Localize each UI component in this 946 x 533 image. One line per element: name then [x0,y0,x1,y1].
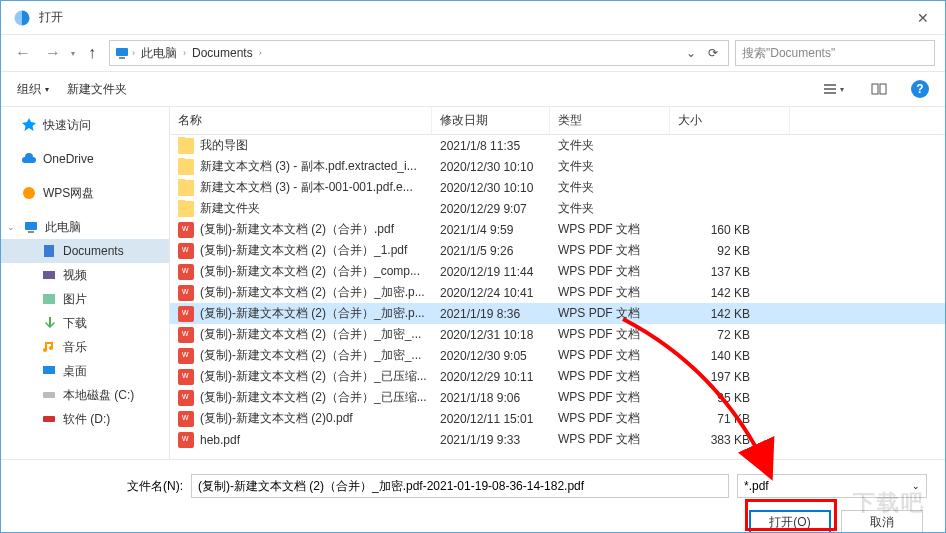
sidebar-item-doc[interactable]: Documents [1,239,169,263]
file-name: (复制)-新建文本文档 (2)（合并）.pdf [200,221,394,238]
svg-rect-6 [28,231,34,233]
vid-icon [41,267,57,283]
new-folder-button[interactable]: 新建文件夹 [67,81,127,98]
file-date: 2020/12/11 15:01 [432,412,550,426]
sidebar-item-soft[interactable]: 软件 (D:) [1,407,169,431]
file-row[interactable]: (复制)-新建文本文档 (2)（合并）_已压缩...2021/1/18 9:06… [170,387,945,408]
path-refresh-button[interactable]: ⟳ [702,42,724,64]
file-size: 140 KB [670,349,790,363]
file-date: 2021/1/19 9:33 [432,433,550,447]
address-bar[interactable]: › 此电脑 › Documents › ⌄ ⟳ [109,40,729,66]
file-type: WPS PDF 文档 [550,305,670,322]
wps-icon [21,185,37,201]
cancel-button[interactable]: 取消 [841,510,923,533]
file-size: 72 KB [670,328,790,342]
sidebar-item-desk[interactable]: 桌面 [1,359,169,383]
open-button[interactable]: 打开(O) [749,510,831,533]
nav-up-button[interactable]: ↑ [81,42,103,64]
sidebar-item-label: Documents [63,244,124,258]
filetype-select[interactable]: *.pdf⌄ [737,474,927,498]
col-date[interactable]: 修改日期 [432,107,550,134]
file-row[interactable]: (复制)-新建文本文档 (2)0.pdf2020/12/11 15:01WPS … [170,408,945,429]
sidebar-item-label: WPS网盘 [43,185,94,202]
folder-icon [178,201,194,217]
nav-back-button[interactable]: ← [11,41,35,65]
search-input[interactable]: 搜索"Documents" [735,40,935,66]
sidebar-item-vid[interactable]: 视频 [1,263,169,287]
folder-icon [178,138,194,154]
file-size: 383 KB [670,433,790,447]
file-size: 160 KB [670,223,790,237]
sidebar-item-wps[interactable]: WPS网盘 [1,181,169,205]
sidebar-item-down[interactable]: 下载 [1,311,169,335]
cloud-icon [21,151,37,167]
sidebar-item-star[interactable]: 快速访问 [1,113,169,137]
sidebar-item-pic[interactable]: 图片 [1,287,169,311]
file-row[interactable]: 新建文本文档 (3) - 副本-001-001.pdf.e...2020/12/… [170,177,945,198]
file-type: WPS PDF 文档 [550,221,670,238]
file-type: WPS PDF 文档 [550,242,670,259]
filename-label: 文件名(N): [1,478,183,495]
sidebar-item-label: OneDrive [43,152,94,166]
svg-rect-9 [43,294,55,304]
sidebar-item-music[interactable]: 音乐 [1,335,169,359]
file-size: 95 KB [670,391,790,405]
file-row[interactable]: (复制)-新建文本文档 (2)（合并）.pdf2021/1/4 9:59WPS … [170,219,945,240]
file-row[interactable]: (复制)-新建文本文档 (2)（合并）_comp...2020/12/19 11… [170,261,945,282]
file-row[interactable]: 新建文件夹2020/12/29 9:07文件夹 [170,198,945,219]
col-type[interactable]: 类型 [550,107,670,134]
file-name: (复制)-新建文本文档 (2)（合并）_comp... [200,263,420,280]
file-type: WPS PDF 文档 [550,389,670,406]
sidebar-item-disk[interactable]: 本地磁盘 (C:) [1,383,169,407]
path-dropdown-button[interactable]: ⌄ [680,42,702,64]
toolbar: 组织 ▾ 新建文件夹 ▾ ? [1,71,945,107]
file-row[interactable]: (复制)-新建文本文档 (2)（合并）_加密.p...2020/12/24 10… [170,282,945,303]
path-segment[interactable]: Documents [188,44,257,62]
file-row[interactable]: heb.pdf2021/1/19 9:33WPS PDF 文档383 KB [170,429,945,450]
nav-history-dropdown[interactable]: ▾ [71,49,75,58]
file-row[interactable]: 我的导图2021/1/8 11:35文件夹 [170,135,945,156]
svg-rect-1 [119,57,125,59]
help-button[interactable]: ? [911,80,929,98]
pdf-icon [178,432,194,448]
sidebar-item-monitor[interactable]: ⌄此电脑 [1,215,169,239]
view-preview-button[interactable] [865,78,893,100]
sidebar-item-label: 下载 [63,315,87,332]
organize-menu[interactable]: 组织 ▾ [17,81,49,98]
file-type: 文件夹 [550,179,670,196]
file-type: WPS PDF 文档 [550,368,670,385]
svg-rect-5 [25,222,37,230]
pdf-icon [178,243,194,259]
svg-rect-8 [43,271,55,279]
file-name: heb.pdf [200,433,240,447]
file-row[interactable]: (复制)-新建文本文档 (2)（合并）_加密_...2020/12/31 10:… [170,324,945,345]
pdf-icon [178,327,194,343]
pdf-icon [178,411,194,427]
col-name[interactable]: 名称 [170,107,432,134]
sidebar-item-label: 本地磁盘 (C:) [63,387,134,404]
file-date: 2020/12/24 10:41 [432,286,550,300]
nav-forward-button[interactable]: → [41,41,65,65]
svg-rect-10 [43,366,55,374]
file-size: 92 KB [670,244,790,258]
file-row[interactable]: 新建文本文档 (3) - 副本.pdf.extracted_i...2020/1… [170,156,945,177]
sidebar-item-label: 快速访问 [43,117,91,134]
file-type: 文件夹 [550,200,670,217]
path-segment[interactable]: 此电脑 [137,43,181,64]
pic-icon [41,291,57,307]
col-size[interactable]: 大小 [670,107,790,134]
folder-icon [178,180,194,196]
sidebar-item-label: 音乐 [63,339,87,356]
file-row[interactable]: (复制)-新建文本文档 (2)（合并）_已压缩...2020/12/29 10:… [170,366,945,387]
file-type: WPS PDF 文档 [550,326,670,343]
svg-rect-2 [872,84,878,94]
sidebar-item-cloud[interactable]: OneDrive [1,147,169,171]
close-button[interactable]: ✕ [903,3,943,33]
file-row[interactable]: (复制)-新建文本文档 (2)（合并）_加密.p...2021/1/19 8:3… [170,303,945,324]
view-list-button[interactable]: ▾ [819,78,847,100]
sidebar-item-label: 软件 (D:) [63,411,110,428]
filename-input[interactable] [191,474,729,498]
file-row[interactable]: (复制)-新建文本文档 (2)（合并）_1.pdf2021/1/5 9:26WP… [170,240,945,261]
file-date: 2020/12/30 10:10 [432,160,550,174]
file-row[interactable]: (复制)-新建文本文档 (2)（合并）_加密_...2020/12/30 9:0… [170,345,945,366]
